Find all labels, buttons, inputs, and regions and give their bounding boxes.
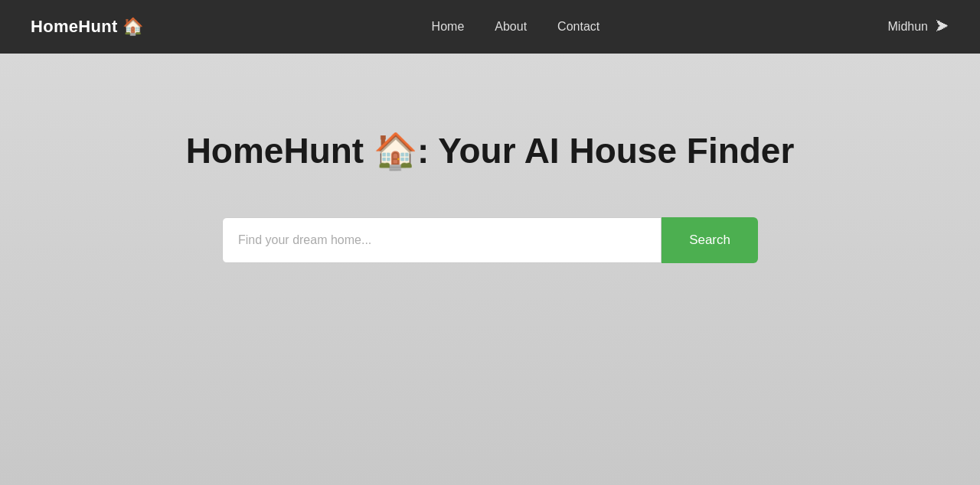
main-content: HomeHunt 🏠: Your AI House Finder Search xyxy=(0,54,980,485)
username-label: Midhun xyxy=(888,20,928,34)
nav-item-home[interactable]: Home xyxy=(432,20,465,34)
nav-link-home[interactable]: Home xyxy=(432,20,465,33)
navbar: HomeHunt 🏠 Home About Contact Midhun ⮞ xyxy=(0,0,980,54)
nav-item-about[interactable]: About xyxy=(495,20,527,34)
brand-logo[interactable]: HomeHunt 🏠 xyxy=(31,17,143,37)
nav-item-contact[interactable]: Contact xyxy=(557,20,599,34)
nav-link-contact[interactable]: Contact xyxy=(557,20,599,33)
search-bar: Search xyxy=(222,217,758,263)
nav-link-about[interactable]: About xyxy=(495,20,527,33)
search-input[interactable] xyxy=(222,217,662,263)
search-button[interactable]: Search xyxy=(662,217,758,263)
user-area: Midhun ⮞ xyxy=(888,19,949,35)
hero-title: HomeHunt 🏠: Your AI House Finder xyxy=(186,130,795,171)
logout-icon[interactable]: ⮞ xyxy=(936,19,949,35)
nav-links: Home About Contact xyxy=(432,20,600,34)
